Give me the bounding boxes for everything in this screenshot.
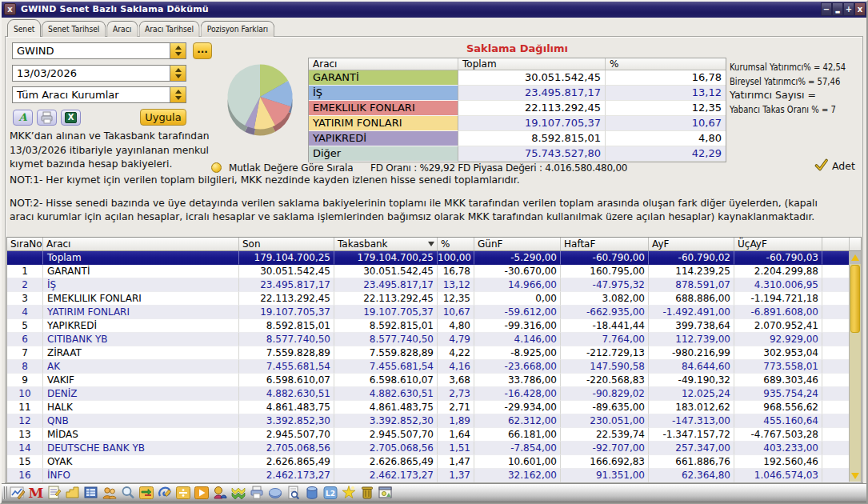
doc-search-icon[interactable] <box>286 485 302 501</box>
symbol-combo[interactable]: GWIND <box>12 42 186 59</box>
chart-edit-icon[interactable] <box>10 485 26 501</box>
scrollbar-thumb[interactable] <box>850 265 860 333</box>
excel-button[interactable]: X <box>61 110 81 126</box>
table-row-DEUTSCHE BANK YB[interactable]: 14DEUTSCHE BANK YB2.705.068,562.705.068,… <box>7 442 861 455</box>
main-header-Takasbank[interactable]: Takasbank <box>334 238 438 250</box>
tab-senet-tarihsel[interactable]: Senet Tarihsel <box>42 21 106 37</box>
table-row-CITIBANK YB[interactable]: 6CITIBANK YB8.577.740,508.577.740,504,79… <box>7 333 861 346</box>
cell: 2.705.068,56 <box>239 442 334 455</box>
distribution-row[interactable]: GARANTİ30.051.542,4516,78 <box>309 70 726 86</box>
broker-combo[interactable]: Tüm Aracı Kurumlar <box>12 86 186 103</box>
adet-checkbox[interactable] <box>814 158 828 172</box>
table-row-GARANTİ[interactable]: 1GARANTİ30.051.542,4530.051.542,4516,78-… <box>7 265 861 278</box>
distribution-row[interactable]: EMEKLILIK FONLARI22.113.292,4512,35 <box>309 101 726 116</box>
toolbar-grip[interactable] <box>3 486 7 499</box>
table-row-QNB[interactable]: 12QNB3.392.852,303.392.852,301,8962.312,… <box>7 414 861 428</box>
cell: 2,71 <box>438 401 474 414</box>
cell: 14 <box>7 442 43 455</box>
table-row-MİDAS[interactable]: 13MİDAS2.945.507,702.945.507,701,6466.18… <box>7 428 861 442</box>
main-header-ÜçAyF[interactable]: ÜçAyF <box>734 238 822 250</box>
spin-up-icon <box>175 90 182 94</box>
stat-line-3: Yabancı Takas Oranı % = 7 <box>730 102 846 117</box>
distribution-row[interactable]: İŞ23.495.817,1713,12 <box>309 86 726 101</box>
distribution-header-1[interactable]: Toplam <box>458 58 606 70</box>
table-row-Toplam[interactable]: Toplam179.104.700,25179.104.700,25100,00… <box>7 251 861 265</box>
trash-icon[interactable] <box>359 485 375 501</box>
play-icon[interactable] <box>194 485 210 501</box>
symbol-browse-button[interactable]: ... <box>193 42 212 59</box>
table-row-İNFO[interactable]: 16İNFO2.462.173,272.462.173,271,3732.162… <box>7 469 861 482</box>
database-icon[interactable] <box>304 485 320 501</box>
shade-button[interactable]: ▬ <box>832 2 843 16</box>
cell: 2.945.507,70 <box>239 428 334 442</box>
main-header-Son[interactable]: Son <box>239 238 334 250</box>
main-header-GünF[interactable]: GünF <box>474 238 561 250</box>
scroll-down-button[interactable] <box>850 471 861 482</box>
spin-up-icon <box>175 46 182 50</box>
tab-pozisyon-farklar-[interactable]: Pozisyon Farkları <box>201 21 274 37</box>
cell: 16,78 <box>438 265 474 278</box>
folder-icon[interactable] <box>65 485 81 501</box>
sparkle-icon[interactable] <box>341 485 357 501</box>
distribution-row[interactable]: YAPIKREDİ8.592.815,014,80 <box>309 131 726 146</box>
table-row-ZİRAAT[interactable]: 7ZİRAAT7.559.828,897.559.828,894,22-8.92… <box>7 346 861 360</box>
table-row-YAPIKREDİ[interactable]: 5YAPIKREDİ8.592.815,018.592.815,014,80-9… <box>7 319 861 333</box>
masks-icon[interactable] <box>212 485 228 501</box>
print-button[interactable] <box>37 110 57 126</box>
main-header-Aracı[interactable]: Aracı <box>43 238 239 250</box>
broker-combo-spinner[interactable] <box>170 87 186 102</box>
divide-icon[interactable] <box>175 485 191 501</box>
tab-arac-tarihsel[interactable]: Aracı Tarihsel <box>138 21 200 37</box>
draw-icon[interactable] <box>157 485 173 501</box>
table-row-YATIRIM FONLARI[interactable]: 4YATIRIM FONLARI19.107.705,3719.107.705,… <box>7 306 861 319</box>
scroll-up-button[interactable] <box>850 251 861 264</box>
level2-icon[interactable]: L2 <box>322 485 338 501</box>
printer2-icon[interactable] <box>249 485 265 501</box>
main-header-filler[interactable] <box>822 238 850 250</box>
vertical-scrollbar[interactable] <box>849 251 861 482</box>
main-header-%[interactable]: % <box>438 238 474 250</box>
table-row-AK[interactable]: 8AK7.455.681,547.455.681,544,16-23.668,0… <box>7 360 861 374</box>
font-button[interactable]: A <box>13 110 33 126</box>
close-icon[interactable]: x <box>4 3 16 15</box>
disk-icon[interactable] <box>267 485 283 501</box>
users-icon[interactable] <box>102 485 118 501</box>
notes-icon[interactable] <box>46 485 62 501</box>
cell: 6.598.610,07 <box>239 374 334 387</box>
search-icon[interactable] <box>120 485 136 501</box>
date-combo-spinner[interactable] <box>170 66 186 81</box>
tab-arac-[interactable]: Aracı <box>106 21 138 37</box>
apply-button[interactable]: Uygula <box>140 109 186 126</box>
distribution-row[interactable]: Diğer75.743.527,8042,29 <box>309 146 726 162</box>
close-button[interactable]: x <box>854 2 866 16</box>
distribution-header-0[interactable]: Aracı <box>309 58 458 70</box>
distribution-table: AracıToplam%GARANTİ30.051.542,4516,78İŞ2… <box>308 58 726 162</box>
cell: 8.577.740,50 <box>239 333 334 346</box>
transfer-icon[interactable] <box>138 485 154 501</box>
maximize-button[interactable]: + <box>843 2 854 16</box>
distribution-header-2[interactable]: % <box>606 58 726 70</box>
table-row-OYAK[interactable]: 15OYAK2.626.865,492.626.865,491,4710.601… <box>7 455 861 469</box>
minimize-button[interactable]: − <box>821 2 832 16</box>
main-header-HaftaF[interactable]: HaftaF <box>561 238 649 250</box>
sort-radio[interactable] <box>211 162 222 173</box>
toolbar-icons: ML2 <box>10 485 394 501</box>
window-icon[interactable] <box>378 485 394 501</box>
cell: 1,64 <box>438 428 474 442</box>
board-chart-icon[interactable] <box>83 485 99 501</box>
table-row-İŞ[interactable]: 2İŞ23.495.817,1723.495.817,1713,1214.966… <box>7 278 861 292</box>
table-row-HALK[interactable]: 11HALK4.861.483,754.861.483,752,71-29.93… <box>7 401 861 414</box>
symbol-combo-spinner[interactable] <box>170 43 186 58</box>
table-row-VAKIF[interactable]: 9VAKIF6.598.610,076.598.610,073,6833.786… <box>7 374 861 387</box>
matriks-m-icon[interactable]: M <box>28 485 44 501</box>
tab-senet[interactable]: Senet <box>7 19 41 37</box>
main-header-AyF[interactable]: AyF <box>649 238 734 250</box>
pattern-icon[interactable] <box>230 485 246 501</box>
distribution-total-cell: 75.743.527,80 <box>458 146 606 162</box>
table-row-DENİZ[interactable]: 10DENİZ4.882.630,514.882.630,512,73-16.4… <box>7 387 861 401</box>
cell: İNFO <box>43 469 239 482</box>
main-header-SıraNo[interactable]: SıraNo <box>7 238 43 250</box>
table-row-EMEKLILIK FONLARI[interactable]: 3EMEKLILIK FONLARI22.113.292,4522.113.29… <box>7 292 861 306</box>
distribution-row[interactable]: YATIRIM FONLARI19.107.705,3710,67 <box>309 116 726 131</box>
date-combo[interactable]: 13/03/2026 <box>12 65 186 82</box>
